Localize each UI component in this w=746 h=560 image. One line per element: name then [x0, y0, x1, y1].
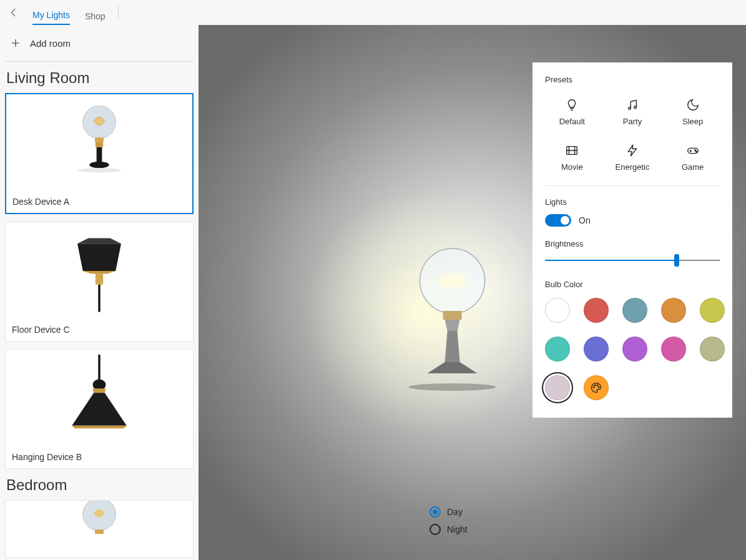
- preset-energetic[interactable]: Energetic: [606, 144, 660, 172]
- gamepad-icon: [686, 144, 700, 157]
- color-swatch-custom[interactable]: [584, 375, 609, 400]
- radio-night-indicator: [429, 524, 441, 535]
- svg-rect-6: [96, 273, 103, 285]
- svg-point-5: [77, 168, 121, 172]
- slider-thumb[interactable]: [674, 254, 679, 267]
- bolt-icon: [626, 144, 639, 157]
- radio-day-indicator: [429, 506, 441, 518]
- room-title-bedroom: Bedroom: [6, 476, 194, 494]
- music-icon: [626, 98, 639, 112]
- svg-rect-8: [98, 355, 101, 382]
- preset-label: Movie: [561, 162, 583, 172]
- top-bar: My Lights Shop: [0, 0, 746, 25]
- control-panel: Presets Default Party Sleep Movie: [533, 62, 732, 418]
- device-card-hanging-b[interactable]: Hanging Device B: [5, 349, 194, 469]
- color-swatch-8[interactable]: [661, 336, 686, 361]
- slider-fill: [545, 260, 674, 261]
- device-thumb-bedroom-1: [6, 501, 193, 557]
- color-swatch-4[interactable]: [700, 298, 725, 323]
- radio-day[interactable]: Day: [429, 506, 468, 518]
- svg-rect-2: [96, 142, 103, 147]
- svg-point-17: [634, 106, 637, 109]
- device-label: Floor Device C: [6, 320, 193, 341]
- svg-rect-11: [95, 529, 104, 534]
- preset-party[interactable]: Party: [606, 98, 660, 126]
- svg-rect-14: [443, 311, 461, 320]
- back-button[interactable]: [7, 6, 20, 19]
- lights-heading: Lights: [545, 197, 720, 207]
- preset-label: Game: [682, 162, 704, 172]
- svg-point-22: [593, 386, 594, 388]
- svg-point-20: [694, 150, 695, 151]
- device-card-desk-a[interactable]: Desk Device A: [5, 93, 194, 214]
- svg-point-25: [598, 386, 599, 388]
- svg-rect-1: [95, 137, 104, 142]
- sidebar-divider: [5, 61, 194, 62]
- device-card-bedroom-1[interactable]: [5, 500, 194, 558]
- view-mode-radios: Day Night: [429, 506, 468, 535]
- film-icon: [565, 144, 579, 157]
- tab-divider: [118, 6, 119, 19]
- svg-point-23: [595, 385, 596, 386]
- color-swatches: [545, 298, 720, 400]
- device-card-floor-c[interactable]: Floor Device C: [5, 222, 194, 341]
- bulb-icon: [565, 98, 579, 112]
- lights-state-label: On: [579, 215, 591, 225]
- color-swatch-7[interactable]: [622, 336, 647, 361]
- radio-day-label: Day: [447, 507, 463, 517]
- color-swatch-10[interactable]: [545, 375, 570, 400]
- svg-point-21: [695, 151, 697, 152]
- add-room-button[interactable]: Add room: [5, 32, 194, 54]
- svg-point-15: [408, 383, 496, 391]
- panel-divider: [545, 185, 720, 186]
- device-thumb-hanging-b: [6, 350, 193, 447]
- preset-default[interactable]: Default: [545, 98, 599, 126]
- device-label: Desk Device A: [6, 192, 192, 213]
- preset-sleep[interactable]: Sleep: [665, 98, 720, 126]
- preset-label: Sleep: [682, 117, 703, 126]
- tabs: My Lights Shop: [32, 0, 106, 25]
- color-swatch-0[interactable]: [545, 298, 570, 323]
- preset-movie[interactable]: Movie: [545, 144, 599, 172]
- brightness-slider[interactable]: [545, 256, 720, 265]
- add-room-label: Add room: [30, 38, 71, 49]
- preset-label: Default: [559, 117, 585, 126]
- preview-area: Day Night Presets Default Party: [199, 25, 746, 560]
- lights-toggle[interactable]: [545, 214, 571, 227]
- palette-icon: [590, 381, 602, 394]
- preset-label: Party: [623, 117, 642, 126]
- brightness-heading: Brightness: [545, 239, 720, 248]
- svg-rect-7: [98, 285, 101, 312]
- sidebar: Add room Living Room Desk Device A: [0, 25, 199, 560]
- svg-point-4: [89, 162, 109, 169]
- color-swatch-3[interactable]: [661, 298, 686, 323]
- lamp-preview: [396, 237, 508, 402]
- plus-icon: [10, 37, 21, 49]
- color-swatch-9[interactable]: [700, 336, 725, 361]
- svg-point-24: [597, 385, 598, 386]
- preset-game[interactable]: Game: [665, 144, 720, 172]
- presets-grid: Default Party Sleep Movie Energetic: [545, 98, 720, 172]
- color-swatch-6[interactable]: [584, 336, 609, 361]
- device-label: Hanging Device B: [6, 447, 193, 468]
- svg-point-16: [629, 107, 631, 110]
- color-swatch-2[interactable]: [622, 298, 647, 323]
- device-thumb-desk-a: [6, 94, 192, 192]
- color-swatch-1[interactable]: [584, 298, 609, 323]
- color-swatch-5[interactable]: [545, 336, 570, 361]
- room-title-living: Living Room: [6, 69, 194, 87]
- tab-shop[interactable]: Shop: [85, 11, 106, 25]
- device-thumb-floor-c: [6, 222, 193, 320]
- presets-heading: Presets: [545, 75, 720, 84]
- svg-rect-3: [97, 147, 102, 164]
- moon-icon: [686, 98, 700, 112]
- radio-night[interactable]: Night: [429, 524, 468, 535]
- preset-label: Energetic: [616, 162, 650, 172]
- bulb-color-heading: Bulb Color: [545, 280, 720, 289]
- tab-my-lights[interactable]: My Lights: [32, 10, 70, 25]
- svg-point-13: [437, 273, 467, 288]
- radio-night-label: Night: [447, 524, 468, 534]
